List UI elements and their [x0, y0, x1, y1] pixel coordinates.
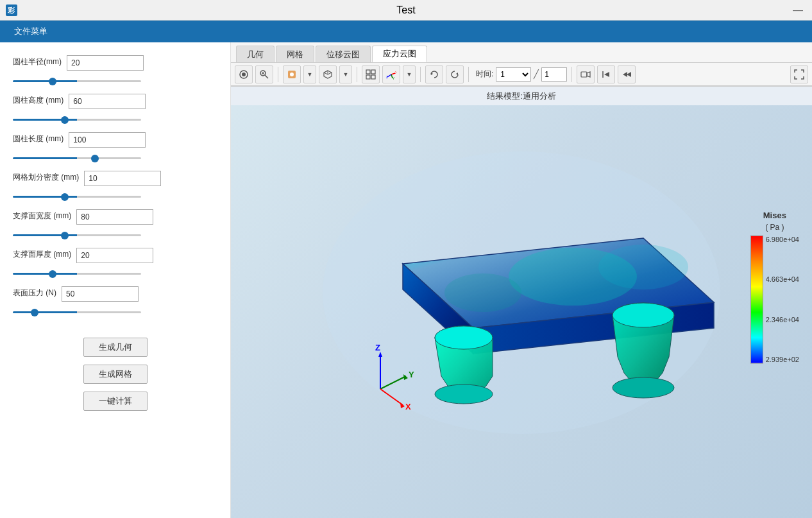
generate-mesh-button[interactable]: 生成网格 [83, 365, 148, 384]
separator-2 [357, 67, 357, 82]
tab-stress[interactable]: 应力云图 [372, 46, 427, 62]
model-area: Z Y X [231, 86, 812, 499]
param-pressure-label: 表面压力 (N) [13, 288, 56, 298]
zoom-button[interactable] [255, 65, 273, 83]
cube-dropdown-button[interactable]: ▼ [339, 65, 352, 83]
frame-input[interactable] [541, 67, 567, 82]
param-radius: 圆柱半径(mm) [13, 55, 217, 85]
param-height: 圆柱高度 (mm) [13, 94, 217, 123]
svg-point-39 [435, 326, 493, 349]
toolbar: ▼ ▼ [231, 63, 812, 86]
grid-button[interactable] [362, 65, 380, 83]
svg-rect-14 [366, 70, 370, 74]
tab-geometry[interactable]: 几何 [236, 46, 275, 62]
param-pressure-slider[interactable] [13, 311, 141, 313]
axes-dropdown-button[interactable]: ▼ [403, 65, 416, 83]
svg-line-13 [324, 73, 328, 74]
svg-rect-17 [371, 75, 375, 79]
svg-line-12 [328, 73, 332, 74]
cube-button[interactable] [319, 65, 337, 83]
right-panel: 几何 网格 位移云图 应力云图 [231, 42, 812, 518]
param-radius-slider[interactable] [13, 80, 141, 82]
minimize-button[interactable]: — [789, 4, 807, 16]
param-support-width-slider[interactable] [13, 234, 141, 236]
param-height-input[interactable] [69, 94, 146, 109]
svg-point-42 [613, 377, 674, 398]
param-length-label: 圆柱长度 (mm) [13, 134, 63, 144]
param-mesh-slider[interactable] [13, 196, 141, 198]
rotate-button[interactable] [425, 65, 443, 83]
svg-text:Z: Z [375, 343, 380, 352]
3d-model-svg: Z Y X [303, 139, 740, 447]
step-back-button[interactable] [618, 65, 636, 83]
param-support-width: 支撑面宽度 (mm) [13, 209, 217, 239]
menu-bar: 文件菜单 [0, 21, 812, 42]
param-height-slider[interactable] [13, 119, 141, 121]
svg-point-3 [242, 73, 246, 76]
generate-geo-button[interactable]: 生成几何 [83, 338, 148, 357]
color-dropdown-button[interactable]: ▼ [303, 65, 316, 83]
param-pressure-input[interactable] [62, 286, 139, 302]
svg-point-45 [444, 273, 521, 312]
camera-icon [239, 69, 249, 80]
param-length-input[interactable] [69, 132, 146, 148]
menu-item-filemenu[interactable]: 文件菜单 [6, 23, 55, 40]
param-radius-input[interactable] [67, 55, 144, 71]
param-mesh: 网格划分密度 (mm) [13, 171, 217, 200]
svg-line-5 [265, 75, 268, 78]
param-mesh-input[interactable] [84, 171, 161, 186]
grid-icon [366, 69, 376, 80]
tab-displacement[interactable]: 位移云图 [316, 46, 371, 62]
param-mesh-label: 网格划分密度 (mm) [13, 172, 79, 183]
svg-text:Y: Y [393, 76, 395, 80]
axes-icon: X Y Z [386, 69, 396, 80]
svg-marker-25 [456, 73, 458, 75]
svg-point-43 [613, 303, 674, 327]
param-support-thickness-label: 支撑面厚度 (mm) [13, 249, 71, 260]
param-support-thickness: 支撑面厚度 (mm) [13, 248, 217, 277]
tab-mesh[interactable]: 网格 [276, 46, 314, 62]
record-icon [580, 69, 591, 80]
svg-marker-24 [431, 73, 433, 75]
param-support-width-input[interactable] [76, 209, 153, 225]
view-button[interactable] [235, 65, 253, 83]
svg-rect-15 [371, 70, 375, 74]
legend-bar [750, 235, 763, 363]
param-support-thickness-slider[interactable] [13, 273, 141, 275]
axes-button[interactable]: X Y Z [382, 65, 400, 83]
param-length-slider[interactable] [13, 157, 141, 159]
svg-marker-27 [587, 72, 590, 77]
zoom-icon [259, 69, 269, 80]
fullscreen-button[interactable] [790, 65, 808, 83]
go-start-button[interactable] [597, 65, 615, 83]
param-radius-label: 圆柱半径(mm) [13, 56, 62, 67]
time-select[interactable]: 1 [496, 67, 531, 82]
left-panel: 圆柱半径(mm) 圆柱高度 (mm) 圆柱长度 (mm) [0, 42, 231, 518]
color-legend: Mises ( Pa ) 6.980e+04 4.663e+04 2.346e+… [750, 210, 799, 363]
svg-point-9 [290, 73, 294, 76]
cube-dropdown-arrow: ▼ [343, 71, 349, 78]
paint-icon [287, 69, 297, 80]
viewport[interactable]: Z Y X Mises ( Pa ) [231, 86, 812, 518]
legend-unit: ( Pa ) [765, 222, 784, 231]
action-buttons: 生成几何 生成网格 一键计算 [13, 338, 217, 411]
param-pressure: 表面压力 (N) [13, 286, 217, 316]
separator-1 [278, 67, 278, 82]
separator-5 [571, 67, 572, 82]
axes-dropdown-arrow: ▼ [407, 71, 412, 78]
cube-icon [323, 69, 333, 80]
time-label: 时间: [476, 69, 493, 80]
refresh-button[interactable] [446, 65, 464, 83]
paint-button[interactable] [283, 65, 301, 83]
title-bar: 彩 Test — [0, 0, 812, 21]
record-button[interactable] [577, 65, 595, 83]
legend-min: 2.939e+02 [766, 356, 799, 363]
title-controls: — [789, 4, 807, 16]
tabs-bar: 几何 网格 位移云图 应力云图 [231, 42, 812, 63]
param-support-thickness-input[interactable] [76, 248, 153, 263]
calculate-button[interactable]: 一键计算 [83, 392, 148, 411]
title-text: Test [396, 4, 415, 16]
refresh-icon [450, 69, 460, 80]
svg-marker-31 [627, 72, 631, 77]
svg-text:X: X [395, 71, 396, 74]
